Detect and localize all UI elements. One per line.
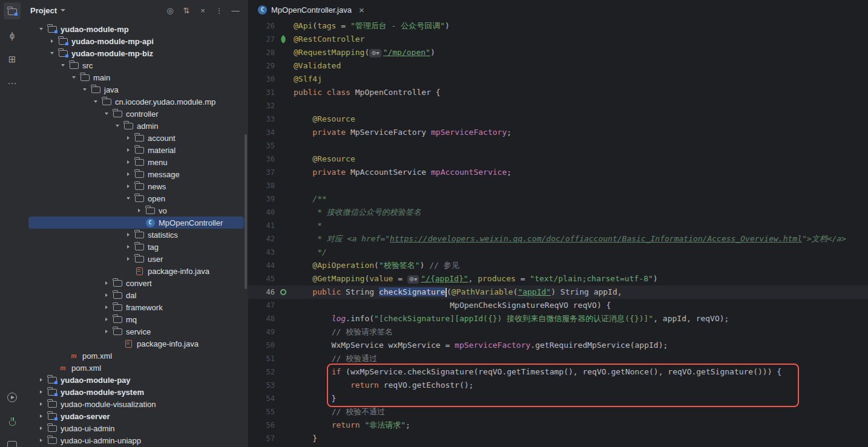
- tree-item-vo[interactable]: vo: [28, 204, 244, 217]
- tree-item-service[interactable]: service: [28, 325, 244, 338]
- project-tool-icon[interactable]: [4, 2, 21, 19]
- tree-item-statistics[interactable]: statistics: [28, 229, 244, 241]
- code-line-27[interactable]: 27@RestController: [248, 33, 868, 46]
- tree-item-yudao-server[interactable]: yudao-server: [28, 410, 244, 422]
- chevron-collapsed-icon[interactable]: [36, 426, 47, 430]
- code-line-38[interactable]: 38: [248, 179, 868, 192]
- line-number[interactable]: 44: [248, 259, 275, 272]
- line-number[interactable]: 43: [248, 246, 275, 259]
- chevron-expanded-icon[interactable]: [58, 64, 68, 67]
- chevron-collapsed-icon[interactable]: [123, 136, 134, 140]
- tree-item-src[interactable]: src: [28, 59, 244, 71]
- more-options-icon[interactable]: ⋮: [212, 4, 226, 17]
- chevron-collapsed-icon[interactable]: [123, 160, 134, 164]
- line-number[interactable]: 37: [248, 166, 275, 179]
- line-number[interactable]: 46: [248, 285, 275, 299]
- code-line-36[interactable]: 36 @Resource: [248, 152, 868, 166]
- endpoint-gutter-icon[interactable]: [280, 289, 286, 295]
- spring-bean-gutter-icon[interactable]: [279, 35, 288, 44]
- tree-item-yudao-ui-admin[interactable]: yudao-ui-admin: [28, 422, 244, 434]
- code-line-37[interactable]: 37 private MpAccountService mpAccountSer…: [248, 166, 868, 179]
- line-number[interactable]: 53: [248, 379, 275, 392]
- line-number[interactable]: 41: [248, 219, 275, 232]
- tree-item-framework[interactable]: framework: [28, 301, 244, 313]
- code-line-52[interactable]: 52 if (wxMpService.checkSignature(reqVO.…: [248, 365, 868, 379]
- line-number[interactable]: 42: [248, 232, 275, 246]
- line-number[interactable]: 27: [248, 33, 275, 46]
- chevron-collapsed-icon[interactable]: [36, 378, 47, 382]
- tree-item-yudao-module-mp-api[interactable]: yudao-module-mp-api: [28, 35, 244, 47]
- tree-item-convert[interactable]: convert: [28, 277, 244, 289]
- tree-item-cn-iocoder-yudao-module-mp[interactable]: cn.iocoder.yudao.module.mp: [28, 96, 244, 108]
- line-number[interactable]: 57: [248, 432, 275, 445]
- code-line-30[interactable]: 30@Slf4j: [248, 73, 868, 86]
- chevron-collapsed-icon[interactable]: [123, 233, 134, 237]
- line-number[interactable]: 36: [248, 152, 275, 166]
- endpoints-tool-icon[interactable]: [4, 413, 21, 430]
- tree-item-account[interactable]: account: [28, 132, 244, 144]
- tree-item-dal[interactable]: dal: [28, 289, 244, 301]
- tree-item-open[interactable]: open: [28, 192, 244, 204]
- chevron-collapsed-icon[interactable]: [123, 148, 134, 152]
- line-number[interactable]: 50: [248, 339, 275, 352]
- chevron-collapsed-icon[interactable]: [36, 439, 47, 442]
- chevron-expanded-icon[interactable]: [79, 88, 90, 91]
- expand-all-icon[interactable]: ⇅: [180, 4, 193, 17]
- tree-item-message[interactable]: message: [28, 168, 244, 180]
- chevron-collapsed-icon[interactable]: [36, 414, 47, 418]
- editor-tab-mpopencontroller[interactable]: C MpOpenController.java ×: [252, 0, 370, 19]
- tree-item-yudao-module-system[interactable]: yudao-module-system: [28, 386, 244, 398]
- line-number[interactable]: 26: [248, 19, 275, 33]
- chevron-collapsed-icon[interactable]: [36, 390, 47, 394]
- chevron-collapsed-icon[interactable]: [123, 172, 134, 176]
- code-line-32[interactable]: 32: [248, 99, 868, 113]
- tree-item-main[interactable]: main: [28, 71, 244, 83]
- chevron-expanded-icon[interactable]: [112, 125, 123, 127]
- code-line-44[interactable]: 44 @ApiOperation("校验签名") // 参见: [248, 259, 868, 272]
- line-number[interactable]: 55: [248, 405, 275, 419]
- chevron-expanded-icon[interactable]: [47, 52, 58, 54]
- code-line-56[interactable]: 56 return "非法请求";: [248, 419, 868, 432]
- tree-item-java[interactable]: java: [28, 83, 244, 96]
- code-line-26[interactable]: 26@Api(tags = "管理后台 - 公众号回调"): [248, 19, 868, 33]
- chevron-collapsed-icon[interactable]: [101, 281, 112, 285]
- line-number[interactable]: 45: [248, 272, 275, 285]
- tree-item-material[interactable]: material: [28, 144, 244, 156]
- code-line-48[interactable]: 48 log.info("[checkSignature][appId({}) …: [248, 312, 868, 325]
- line-number[interactable]: 51: [248, 352, 275, 365]
- code-line-40[interactable]: 40 * 接收微信公众号的校验签名: [248, 206, 868, 219]
- chevron-collapsed-icon[interactable]: [36, 402, 47, 406]
- line-number[interactable]: 29: [248, 59, 275, 73]
- line-number[interactable]: 39: [248, 192, 275, 206]
- tree-item-yudao-module-mp-biz[interactable]: yudao-module-mp-biz: [28, 47, 244, 59]
- code-line-54[interactable]: 54 }: [248, 392, 868, 405]
- code-line-57[interactable]: 57 }: [248, 432, 868, 445]
- tree-item-pom-xml[interactable]: mpom.xml: [28, 350, 244, 362]
- tree-item-mq[interactable]: mq: [28, 313, 244, 325]
- url-inlay-hint[interactable]: ⊕▾: [407, 275, 419, 284]
- tree-item-yudao-ui-admin-uniapp[interactable]: yudao-ui-admin-uniapp: [28, 434, 244, 446]
- tree-item-controller[interactable]: controller: [28, 108, 244, 120]
- code-line-50[interactable]: 50 WxMpService wxMpService = mpServiceFa…: [248, 339, 868, 352]
- code-line-53[interactable]: 53 return reqVO.getEchostr();: [248, 379, 868, 392]
- services-tool-icon[interactable]: [4, 389, 21, 406]
- chevron-collapsed-icon[interactable]: [123, 245, 134, 249]
- project-panel-title[interactable]: Project: [30, 6, 57, 15]
- code-line-33[interactable]: 33 @Resource: [248, 113, 868, 126]
- tree-item-yudao-module-mp[interactable]: yudao-module-mp: [28, 23, 244, 35]
- code-line-45[interactable]: 45 @GetMapping(value = ⊕▾"/{appId}", pro…: [248, 272, 868, 285]
- line-number[interactable]: 48: [248, 312, 275, 325]
- line-number[interactable]: 54: [248, 392, 275, 405]
- chevron-collapsed-icon[interactable]: [123, 184, 134, 188]
- code-line-49[interactable]: 49 // 校验请求签名: [248, 325, 868, 339]
- tree-item-admin[interactable]: admin: [28, 120, 244, 132]
- code-line-42[interactable]: 42 * 对应 <a href="https://developers.weix…: [248, 232, 868, 246]
- tree-item-yudao-module-visualization[interactable]: yudao-module-visualization: [28, 398, 244, 410]
- collapse-all-icon[interactable]: ×: [196, 4, 209, 17]
- code-line-55[interactable]: 55 // 校验不通过: [248, 405, 868, 419]
- locate-file-icon[interactable]: ◎: [163, 4, 177, 17]
- line-number[interactable]: 31: [248, 86, 275, 99]
- line-number[interactable]: 35: [248, 139, 275, 152]
- chevron-expanded-icon[interactable]: [68, 76, 79, 79]
- line-number[interactable]: 30: [248, 73, 275, 86]
